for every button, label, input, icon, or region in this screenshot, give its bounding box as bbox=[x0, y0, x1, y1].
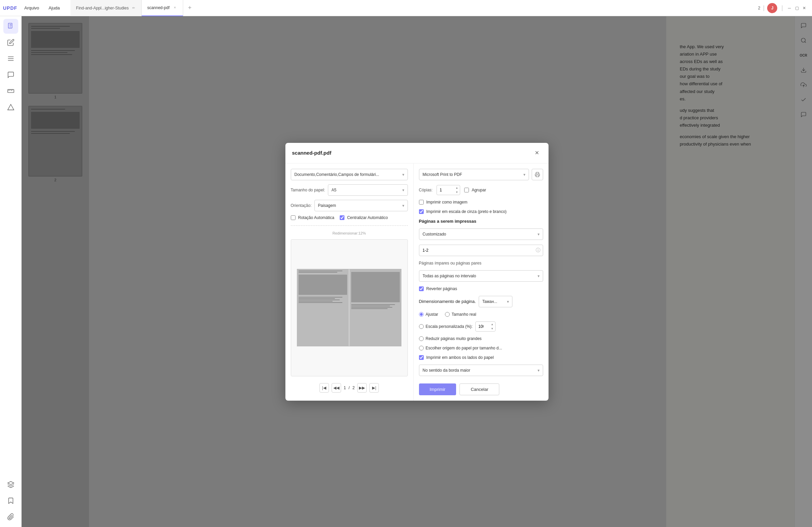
centralizar-checkbox[interactable] bbox=[340, 215, 345, 220]
add-tab-button[interactable]: + bbox=[185, 3, 195, 13]
escolher-radio-label[interactable]: Escolher origem do papel por tamanho d..… bbox=[419, 346, 543, 350]
rotacao-checkbox[interactable] bbox=[291, 215, 295, 220]
imprimir-imagem-text: Imprimir como imagem bbox=[426, 200, 467, 205]
escolher-radio[interactable] bbox=[419, 346, 424, 350]
scale-up-button[interactable]: ▲ bbox=[490, 322, 495, 327]
separator bbox=[291, 225, 408, 226]
sidebar bbox=[0, 16, 21, 527]
content-type-select[interactable]: Documento,Comentário,Campos de formulári… bbox=[291, 169, 408, 180]
copies-spinners: ▲ ▼ bbox=[454, 186, 460, 194]
ajustar-radio-label[interactable]: Ajustar bbox=[419, 312, 438, 317]
copies-label: Cópias: bbox=[419, 188, 433, 192]
page-range-input[interactable] bbox=[419, 245, 543, 256]
escolher-label: Escolher origem do papel por tamanho d..… bbox=[426, 346, 502, 350]
sidebar-item-edit[interactable] bbox=[3, 35, 18, 50]
minimize-button[interactable]: ─ bbox=[787, 6, 792, 11]
reverter-checkbox-label[interactable]: Reverter páginas bbox=[419, 286, 543, 291]
tab-label: Find-and-Appl...igher-Studies bbox=[76, 6, 129, 11]
tab-label: scanned-pdf bbox=[147, 5, 169, 10]
checkboxes-row: Rotação Automática Centralizar Automátic… bbox=[291, 215, 408, 220]
next-page-button[interactable]: ▶▶ bbox=[357, 383, 367, 393]
orientation-row: Orientação: Paisagem ▼ bbox=[291, 200, 408, 211]
sidebar-item-attachment[interactable] bbox=[3, 510, 18, 524]
last-page-button[interactable]: ▶| bbox=[369, 383, 379, 393]
cancel-button[interactable]: Cancelar bbox=[460, 383, 499, 395]
tab-close-button[interactable]: × bbox=[172, 5, 177, 11]
divider: | bbox=[763, 4, 765, 12]
tamanho-real-radio[interactable] bbox=[445, 312, 450, 317]
dimensionamento-title: Dimensionamento de página. bbox=[419, 299, 476, 304]
escala-row: Escala personalizada (%): ▲ ▼ bbox=[419, 321, 543, 332]
copies-up-button[interactable]: ▲ bbox=[454, 186, 460, 190]
close-button[interactable]: ✕ bbox=[802, 6, 807, 11]
escala-radio[interactable] bbox=[419, 324, 424, 329]
prev-page-button[interactable]: ◀◀ bbox=[332, 383, 341, 393]
orientation-label: Orientação: bbox=[291, 203, 312, 208]
ajustar-radio[interactable] bbox=[419, 312, 424, 317]
main-content: OCR the App. We used very ariati bbox=[21, 16, 812, 527]
user-avatar[interactable]: J bbox=[767, 3, 777, 13]
sidebar-item-bookmark[interactable] bbox=[3, 493, 18, 508]
paginas-section-title: Páginas a serem impressas bbox=[419, 219, 543, 224]
sidebar-item-comments[interactable] bbox=[3, 67, 18, 82]
print-button[interactable]: Imprimir bbox=[419, 383, 456, 395]
sidebar-item-layers[interactable] bbox=[3, 477, 18, 492]
tabs-area: Find-and-Appl...igher-Studies ✏ scanned-… bbox=[71, 0, 758, 16]
paper-size-select[interactable]: A5 bbox=[328, 184, 408, 196]
page-separator: / bbox=[348, 386, 349, 390]
paginas-select[interactable]: Customizado bbox=[419, 228, 543, 240]
rotacao-checkbox-label[interactable]: Rotação Automática bbox=[291, 215, 334, 220]
sidebar-item-document[interactable] bbox=[3, 19, 18, 34]
scale-spinners: ▲ ▼ bbox=[490, 322, 495, 331]
sidebar-item-shapes[interactable] bbox=[3, 100, 18, 115]
sidebar-item-measure[interactable] bbox=[3, 84, 18, 99]
orientation-select[interactable]: Paisagem bbox=[315, 200, 408, 211]
tab-find-and-apply[interactable]: Find-and-Appl...igher-Studies ✏ bbox=[71, 0, 142, 16]
tamanho-real-radio-label[interactable]: Tamanho real bbox=[445, 312, 476, 317]
dimensionamento-select[interactable]: Taман... bbox=[479, 296, 512, 307]
imprimir-imagem-label[interactable]: Imprimir como imagem bbox=[419, 200, 543, 205]
dimensionamento-row: Dimensionamento de página. Taман... ▼ bbox=[419, 296, 543, 307]
imprimir-ambos-checkbox[interactable] bbox=[419, 355, 424, 360]
fit-radio-row: Ajustar Tamanho real bbox=[419, 312, 543, 317]
borda-select[interactable]: No sentido da borda maior bbox=[419, 365, 543, 376]
menu-bar: Arquivo Ajuda bbox=[20, 3, 64, 13]
agrupar-checkbox-label[interactable]: Agrupar bbox=[464, 188, 486, 192]
divider2: | bbox=[781, 4, 783, 12]
paginas-select-wrap: Customizado ▼ bbox=[419, 228, 543, 240]
menu-arquivo[interactable]: Arquivo bbox=[20, 3, 43, 13]
sidebar-item-list[interactable] bbox=[3, 51, 18, 66]
tamanho-real-label: Tamanho real bbox=[452, 312, 476, 317]
printer-settings-button[interactable] bbox=[532, 169, 543, 180]
imprimir-cinza-label[interactable]: Imprimir em escala de cinza (preto e bra… bbox=[419, 209, 543, 214]
escala-radio-label[interactable]: Escala personalizada (%): bbox=[419, 324, 473, 329]
print-dialog: scanned-pdf.pdf ✕ Documento,Comentário,C… bbox=[286, 143, 549, 401]
page-range-help-icon[interactable]: ⓘ bbox=[536, 247, 540, 253]
maximize-button[interactable]: ▢ bbox=[795, 6, 799, 11]
menu-ajuda[interactable]: Ajuda bbox=[45, 3, 64, 13]
first-page-button[interactable]: |◀ bbox=[319, 383, 329, 393]
agrupar-label: Agrupar bbox=[472, 188, 486, 192]
reduzir-label: Reduzir páginas muito grandes bbox=[426, 336, 482, 341]
reduzir-radio-label[interactable]: Reduzir páginas muito grandes bbox=[419, 336, 543, 341]
content-select-wrap: Documento,Comentário,Campos de formulári… bbox=[291, 169, 408, 180]
paginas-pares-select[interactable]: Todas as páginas no intervalo bbox=[419, 270, 543, 282]
imprimir-cinza-checkbox[interactable] bbox=[419, 209, 424, 214]
agrupar-checkbox[interactable] bbox=[464, 188, 469, 192]
titlebar: UPDF Arquivo Ajuda Find-and-Appl...igher… bbox=[0, 0, 812, 16]
preview-col-left bbox=[297, 269, 348, 346]
svg-rect-13 bbox=[536, 175, 539, 177]
page-range-input-wrap: ⓘ bbox=[419, 245, 543, 256]
dialog-title: scanned-pdf.pdf bbox=[292, 150, 332, 156]
printer-select[interactable]: Microsoft Print to PDF bbox=[419, 169, 529, 180]
copies-down-button[interactable]: ▼ bbox=[454, 190, 460, 194]
imprimir-imagem-checkbox[interactable] bbox=[419, 200, 424, 205]
scale-down-button[interactable]: ▼ bbox=[490, 327, 495, 331]
copies-row: Cópias: ▲ ▼ Agrupar bbox=[419, 185, 543, 195]
tab-scanned-pdf[interactable]: scanned-pdf × bbox=[142, 0, 183, 16]
reduzir-radio[interactable] bbox=[419, 336, 424, 341]
imprimir-ambos-label[interactable]: Imprimir em ambos os lados do papel bbox=[419, 355, 543, 360]
reverter-checkbox[interactable] bbox=[419, 286, 424, 291]
centralizar-checkbox-label[interactable]: Centralizar Automático bbox=[340, 215, 388, 220]
dialog-close-button[interactable]: ✕ bbox=[532, 148, 542, 158]
